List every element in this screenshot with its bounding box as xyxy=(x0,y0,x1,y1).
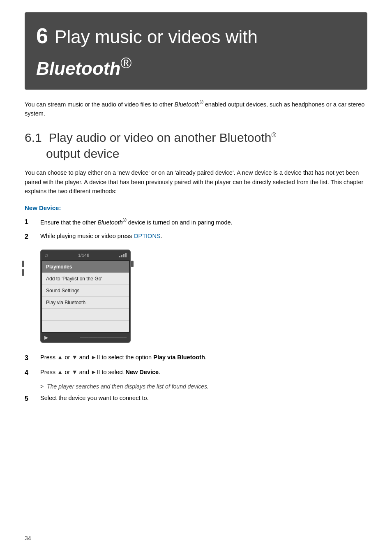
intro-bt: Bluetooth xyxy=(175,101,200,107)
step-2-content: While playing music or video press OPTIO… xyxy=(40,231,367,240)
menu-item-empty2 xyxy=(42,321,129,332)
chapter-title-italic: Bluetooth xyxy=(36,58,120,79)
signal-bars xyxy=(119,253,127,257)
menu-item-empty1 xyxy=(42,309,129,321)
step-4: 4 Press ▲ or ▼ and ►II to select New Dev… xyxy=(25,368,367,378)
bar2 xyxy=(121,255,122,257)
section-title: Play audio or video on another Bluetooth… xyxy=(48,131,276,144)
play-pause-icon-4: ►II xyxy=(91,369,100,375)
section-heading: 6.1 Play audio or video on another Bluet… xyxy=(25,130,367,162)
step-2-number: 2 xyxy=(25,231,40,242)
device-menu: Playmodes Add to 'Playlist on the Go' So… xyxy=(42,261,129,332)
device-bottom-bar: ▶ ──────────────── xyxy=(41,333,130,342)
play-button-icon: ▶ xyxy=(44,334,48,341)
page-number: 34 xyxy=(25,534,31,543)
triangle-up-icon-4: ▲ xyxy=(57,369,63,375)
step-3-number: 3 xyxy=(25,353,40,363)
device-mockup: ♫ 1/148 Playmodes Add to 'Playlist on th… xyxy=(40,250,131,343)
step-3-content: Press ▲ or ▼ and ►II to select the optio… xyxy=(40,353,367,362)
intro-sup: ® xyxy=(200,99,203,105)
sub-heading-new-device: New Device: xyxy=(25,204,367,213)
device-top-bar: ♫ 1/148 xyxy=(41,250,130,260)
section-number: 6.1 xyxy=(25,131,48,144)
music-icon: ♫ xyxy=(44,252,48,259)
side-button-right xyxy=(131,261,134,267)
menu-item-bluetooth: Play via Bluetooth xyxy=(42,297,129,309)
chapter-header: 6 Play music or videos with Bluetooth® xyxy=(25,12,367,90)
step1-bt-sup: ® xyxy=(123,217,127,223)
step-5-list: 5 Select the device you want to connect … xyxy=(25,393,367,404)
side-button-2 xyxy=(22,269,24,276)
chapter-title-plain: Play music or videos with xyxy=(55,27,258,47)
section-title-line2: output device xyxy=(46,146,367,162)
step1-bt-italic: Bluetooth xyxy=(97,219,122,226)
bar3 xyxy=(123,254,125,257)
step-5-number: 5 xyxy=(25,393,40,404)
step-4-content: Press ▲ or ▼ and ►II to select New Devic… xyxy=(40,368,367,377)
bar4 xyxy=(125,253,127,257)
step-1-number: 1 xyxy=(25,217,40,227)
chapter-title: Play music or videos with Bluetooth® xyxy=(36,27,258,79)
new-device-label: New Device xyxy=(126,369,159,375)
play-via-bluetooth-label: Play via Bluetooth xyxy=(153,354,205,361)
triangle-up-icon-3: ▲ xyxy=(57,354,63,361)
step-1-content: Ensure that the other Bluetooth® device … xyxy=(40,217,367,227)
triangle-down-icon-4: ▼ xyxy=(71,369,77,375)
step-4-number: 4 xyxy=(25,368,40,378)
step-5: 5 Select the device you want to connect … xyxy=(25,393,367,404)
intro-paragraph: You can stream music or the audio of vid… xyxy=(25,99,367,118)
device-wrapper: ♫ 1/148 Playmodes Add to 'Playlist on th… xyxy=(25,246,131,346)
chapter-number: 6 xyxy=(36,24,48,48)
step-1: 1 Ensure that the other Bluetooth® devic… xyxy=(25,217,367,227)
bar1 xyxy=(119,256,120,257)
step-5-content: Select the device you want to connect to… xyxy=(40,393,367,402)
steps-list: 1 Ensure that the other Bluetooth® devic… xyxy=(25,217,367,242)
step-3: 3 Press ▲ or ▼ and ►II to select the opt… xyxy=(25,353,367,363)
menu-item-playmodes: Playmodes xyxy=(42,261,129,273)
menu-item-sound: Sound Settings xyxy=(42,285,129,297)
track-info: 1/148 xyxy=(78,252,90,259)
steps-list-continued: 3 Press ▲ or ▼ and ►II to select the opt… xyxy=(25,353,367,378)
options-text: OPTIONS xyxy=(134,233,160,239)
side-button-1 xyxy=(22,261,24,267)
step-2: 2 While playing music or video press OPT… xyxy=(25,231,367,242)
body-text: You can choose to play either on a 'new … xyxy=(25,168,367,196)
sub-result-text: The player searches and then displays th… xyxy=(47,382,209,391)
chapter-title-sup: ® xyxy=(120,55,131,72)
sub-result: The player searches and then displays th… xyxy=(40,382,367,391)
side-buttons xyxy=(22,261,24,276)
right-side-button xyxy=(131,261,134,267)
play-pause-icon-3: ►II xyxy=(91,354,100,361)
triangle-down-icon-3: ▼ xyxy=(71,354,77,361)
bottom-bar-text: ──────────────── xyxy=(80,334,127,340)
menu-item-playlist: Add to 'Playlist on the Go' xyxy=(42,273,129,285)
intro-text-1: You can stream music or the audio of vid… xyxy=(25,101,175,107)
